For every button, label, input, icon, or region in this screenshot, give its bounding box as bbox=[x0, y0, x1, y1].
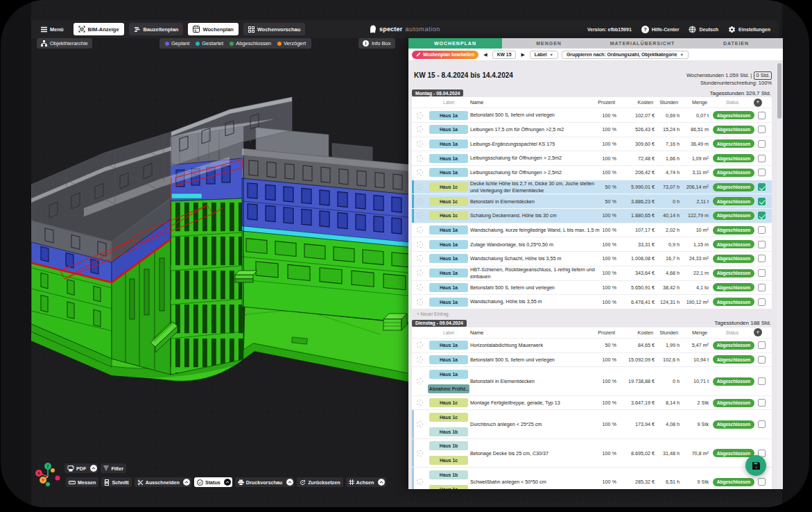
status-pill[interactable]: Abgeschlossen bbox=[713, 226, 755, 234]
add-task-button[interactable]: + bbox=[754, 99, 762, 107]
status-pill[interactable]: Abgeschlossen bbox=[713, 298, 755, 306]
task-row[interactable]: › Haus 1a Betonstahl 500 S, liefern und … bbox=[412, 108, 772, 122]
add-task-button[interactable]: + bbox=[754, 328, 762, 336]
status-pill[interactable]: Abgeschlossen bbox=[713, 399, 755, 407]
expand-row-button[interactable]: › bbox=[417, 479, 423, 485]
druckvorschau-button[interactable]: Druckvorschau bbox=[235, 477, 285, 487]
task-row[interactable]: › Haus 1a Wandschalung, Höhe bis 3,55 m … bbox=[412, 294, 772, 309]
status-pill[interactable]: Abgeschlossen bbox=[713, 255, 755, 263]
task-row[interactable]: › Haus 1a Betonstahl 500 S, liefern und … bbox=[412, 352, 772, 367]
row-checkbox[interactable] bbox=[758, 169, 766, 176]
group-by-dropdown[interactable]: Gruppieren nach: Ordnungszahl, Objektkat… bbox=[562, 51, 689, 59]
task-row[interactable]: › Haus 1a Betonstahl 500 S, liefern und … bbox=[412, 280, 772, 295]
expand-row-button[interactable]: › bbox=[417, 198, 423, 205]
status-button[interactable]: Status bbox=[194, 477, 223, 487]
new-entry-button[interactable]: + Neuer Eintrag bbox=[412, 309, 449, 318]
status-pill[interactable]: Abgeschlossen bbox=[713, 111, 755, 119]
settings-button[interactable]: Einstellungen bbox=[728, 26, 770, 33]
row-checkbox[interactable] bbox=[758, 140, 766, 148]
row-checkbox[interactable] bbox=[758, 356, 766, 364]
achsen-button[interactable]: Achsen bbox=[346, 477, 377, 487]
row-checkbox[interactable] bbox=[758, 377, 766, 385]
task-row[interactable]: › Haus 1aAbnahme Prüfst.. Betonstahl in … bbox=[412, 366, 772, 395]
task-row[interactable]: › Haus 1c Betonstahl in Elementdecken 50… bbox=[412, 194, 772, 208]
row-checkbox[interactable] bbox=[758, 241, 766, 248]
druckvorschau-expand-button[interactable] bbox=[285, 477, 294, 487]
expand-row-button[interactable]: › bbox=[417, 112, 423, 119]
expand-row-button[interactable]: › bbox=[417, 155, 423, 162]
status-pill[interactable]: Abgeschlossen bbox=[713, 283, 755, 291]
row-checkbox[interactable] bbox=[758, 183, 766, 191]
object-hierarchy-button[interactable]: Objekthierarchie bbox=[37, 38, 92, 49]
row-checkbox[interactable] bbox=[758, 112, 766, 119]
status-pill[interactable]: Abgeschlossen bbox=[713, 197, 755, 205]
row-checkbox[interactable] bbox=[758, 341, 766, 349]
status-pill[interactable]: Abgeschlossen bbox=[713, 478, 755, 486]
task-row[interactable]: › Haus 1bHaus 1c Betonage Decke bis 25 c… bbox=[412, 438, 772, 468]
expand-row-button[interactable]: › bbox=[417, 342, 423, 348]
expand-row-button[interactable]: › bbox=[417, 169, 423, 176]
task-row[interactable]: › Haus 1a Leibungsschalung für Öffnungen… bbox=[412, 165, 772, 180]
expand-row-button[interactable]: › bbox=[417, 450, 423, 456]
task-row[interactable]: › Haus 1a Zulage Wandvorlage, bis 0,25*0… bbox=[412, 237, 772, 251]
expand-row-button[interactable]: › bbox=[417, 141, 423, 147]
expand-row-button[interactable]: › bbox=[417, 400, 423, 406]
status-expand-button[interactable] bbox=[223, 477, 232, 487]
expand-row-button[interactable]: › bbox=[417, 255, 423, 262]
nav-bauzeitenplan[interactable]: Bauzeitenplan bbox=[129, 23, 184, 35]
expand-row-button[interactable]: › bbox=[417, 126, 423, 133]
achsen-expand-button[interactable] bbox=[377, 477, 386, 487]
task-row[interactable]: › Haus 1a Wandschalung Schacht, Höhe bis… bbox=[412, 251, 772, 266]
row-checkbox[interactable] bbox=[758, 269, 766, 277]
status-pill[interactable]: Abgeschlossen bbox=[713, 154, 755, 162]
status-pill[interactable]: Abgeschlossen bbox=[713, 449, 755, 457]
task-row[interactable]: › Haus 1a Horizontalabdichtung Mauerwerk… bbox=[412, 338, 772, 352]
row-checkbox[interactable] bbox=[758, 255, 766, 262]
schnitt-button[interactable]: Schnitt bbox=[101, 477, 131, 487]
nav-wochenplan[interactable]: Wochenplan bbox=[188, 23, 238, 35]
task-row[interactable]: › Haus 1a Leibungs-Ergänzungsspachtel KS… bbox=[412, 137, 772, 151]
status-pill[interactable]: Abgeschlossen bbox=[713, 341, 755, 350]
filter-button[interactable]: Filter bbox=[101, 463, 126, 473]
save-fab[interactable] bbox=[745, 455, 766, 476]
task-row[interactable]: › Haus 1bHaus 1c Schweißbahn anlegen < 5… bbox=[412, 467, 772, 489]
pdf-button[interactable]: PDF bbox=[64, 463, 89, 473]
expand-row-button[interactable]: › bbox=[417, 284, 423, 291]
tab-mengen[interactable]: MENGEN bbox=[502, 38, 596, 49]
status-pill[interactable]: Abgeschlossen bbox=[713, 240, 755, 248]
axis-gizmo[interactable]: Z X Y bbox=[33, 458, 64, 490]
expand-row-button[interactable]: › bbox=[417, 270, 423, 276]
tab-dateien[interactable]: DATEIEN bbox=[689, 38, 783, 49]
task-row[interactable]: › Haus 1a HBT-Schienen, Rückbiegeanschlu… bbox=[412, 266, 772, 280]
messen-button[interactable]: Messen bbox=[66, 477, 98, 487]
task-row[interactable]: › Haus 1c Schalung Deckenrand, Höhe bis … bbox=[412, 208, 772, 223]
task-row[interactable]: › Haus 1a Leibungsschalung für Öffnungen… bbox=[412, 151, 772, 165]
task-row[interactable]: › Haus 1a Wandschalung, kurze feingliedr… bbox=[412, 223, 772, 237]
status-pill[interactable]: Abgeschlossen bbox=[713, 126, 755, 134]
menu-button[interactable]: Menü bbox=[36, 23, 69, 35]
row-checkbox[interactable] bbox=[758, 478, 766, 486]
week-prev-button[interactable]: ◀ bbox=[482, 52, 488, 58]
status-pill[interactable]: Abgeschlossen bbox=[713, 139, 755, 148]
label-filter-dropdown[interactable]: Label ▼ bbox=[530, 51, 558, 59]
expand-row-button[interactable]: › bbox=[417, 212, 423, 219]
task-row[interactable]: › Haus 1cHaus 1b Durchbruch anlegen < 25… bbox=[412, 409, 772, 438]
expand-row-button[interactable]: › bbox=[417, 299, 423, 305]
edit-weekplan-button[interactable]: Wochenplan bearbeiten bbox=[412, 51, 478, 59]
week-next-button[interactable]: ▶ bbox=[519, 52, 526, 58]
status-pill[interactable]: Abgeschlossen bbox=[713, 377, 755, 386]
ausschneiden-expand-button[interactable] bbox=[182, 477, 191, 487]
row-checkbox[interactable] bbox=[758, 226, 766, 234]
expand-row-button[interactable]: › bbox=[417, 357, 423, 363]
expand-row-button[interactable]: › bbox=[417, 227, 423, 233]
info-box-button[interactable]: i Info Box bbox=[359, 38, 395, 49]
expand-row-button[interactable]: › bbox=[417, 378, 423, 384]
help-center-button[interactable]: ? Hilfe-Center bbox=[641, 26, 680, 33]
row-checkbox[interactable] bbox=[758, 399, 766, 407]
status-pill[interactable]: Abgeschlossen bbox=[713, 355, 755, 364]
expand-row-button[interactable]: › bbox=[417, 184, 423, 190]
task-row[interactable]: › Haus 1c Decke lichte Höhe bis 2,7 m, D… bbox=[412, 180, 772, 194]
row-checkbox[interactable] bbox=[758, 298, 766, 306]
pdf-expand-button[interactable] bbox=[89, 463, 98, 473]
status-pill[interactable]: Abgeschlossen bbox=[713, 183, 755, 191]
